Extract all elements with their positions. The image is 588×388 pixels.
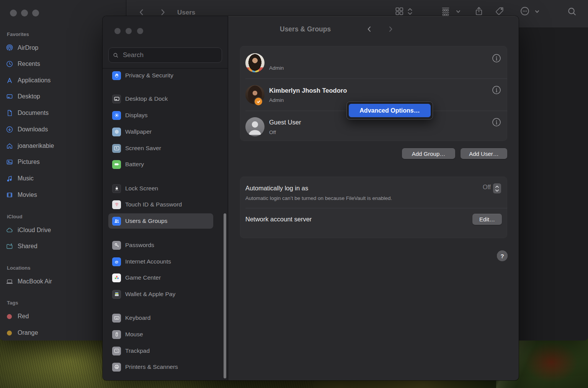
chevron-down-icon[interactable] xyxy=(534,9,540,14)
more-options-icon[interactable] xyxy=(520,6,530,16)
auto-login-label: Automatically log in as xyxy=(245,184,308,192)
sidebar-item-label: Orange xyxy=(18,329,38,336)
finder-section-locations: Locations xyxy=(7,264,30,272)
red-tag-icon xyxy=(7,314,12,319)
search-icon[interactable] xyxy=(567,6,577,17)
privacy-security-icon xyxy=(112,71,121,80)
user-avatar xyxy=(245,53,265,72)
sidebar-item-label: joanaerikabie xyxy=(18,142,54,149)
settings-item-keyboard[interactable]: Keyboard xyxy=(108,310,218,326)
view-stepper-icon[interactable] xyxy=(407,7,413,16)
orange-tag-icon xyxy=(7,331,12,336)
printers-icon xyxy=(112,363,121,372)
info-button[interactable] xyxy=(492,85,501,95)
current-user-check-badge xyxy=(254,97,263,106)
settings-item-label: Trackpad xyxy=(125,347,150,354)
zoom-window-button[interactable] xyxy=(32,10,39,16)
settings-item-desktop-dock[interactable]: Desktop & Dock xyxy=(108,91,218,106)
close-window-button[interactable] xyxy=(10,10,17,16)
add-user-button[interactable]: Add User… xyxy=(461,148,507,159)
settings-item-label: Game Center xyxy=(125,274,161,281)
trackpad-icon xyxy=(112,347,121,355)
settings-item-lock-screen[interactable]: Lock Screen xyxy=(108,181,218,196)
mouse-icon xyxy=(112,330,121,339)
back-button[interactable] xyxy=(364,24,375,34)
share-icon[interactable] xyxy=(474,6,484,16)
user-role: Off xyxy=(269,129,276,136)
settings-search-field[interactable] xyxy=(108,47,222,63)
sidebar-item-label: Recents xyxy=(18,61,40,67)
search-input[interactable] xyxy=(122,51,218,59)
settings-item-label: Keyboard xyxy=(125,314,150,321)
minimize-window-button[interactable] xyxy=(126,28,132,34)
search-icon xyxy=(113,52,119,59)
settings-item-mouse[interactable]: Mouse xyxy=(108,327,218,342)
network-server-label: Network account server xyxy=(245,215,312,223)
edit-button[interactable]: Edit… xyxy=(472,214,502,225)
settings-item-trackpad[interactable]: Trackpad xyxy=(108,343,218,359)
game-center-icon xyxy=(112,273,121,282)
settings-item-label: Mouse xyxy=(125,331,143,338)
group-by-icon[interactable] xyxy=(440,6,451,16)
user-list-card: Admin Kimberlyn Jhosh Teodoro Admin xyxy=(240,46,507,141)
home-icon xyxy=(5,142,14,150)
settings-item-label: Users & Groups xyxy=(125,218,167,224)
sidebar-item-label: Documents xyxy=(18,110,49,116)
close-window-button[interactable] xyxy=(114,28,121,34)
minimize-window-button[interactable] xyxy=(21,10,28,16)
settings-item-label: Touch ID & Password xyxy=(125,201,182,208)
icloud-drive-icon xyxy=(5,226,14,234)
desktop-dock-icon xyxy=(112,95,121,103)
user-name: Kimberlyn Jhosh Teodoro xyxy=(269,86,347,95)
settings-item-printers[interactable]: Printers & Scanners xyxy=(108,359,218,375)
battery-icon xyxy=(112,160,121,169)
music-icon xyxy=(5,174,14,183)
grid-view-icon[interactable] xyxy=(394,6,404,16)
sidebar-item-label: iCloud Drive xyxy=(18,227,51,234)
settings-item-label: Passwords xyxy=(125,242,154,249)
settings-item-internet-accounts[interactable]: @ Internet Accounts xyxy=(108,254,218,269)
settings-item-passwords[interactable]: Passwords xyxy=(108,237,218,253)
auto-login-note: Automatic login can’t be turned on becau… xyxy=(245,195,392,201)
sidebar-scrollbar[interactable] xyxy=(224,213,226,378)
sidebar-item-label: AirDrop xyxy=(18,44,38,51)
settings-item-label: Screen Saver xyxy=(125,145,161,152)
tags-icon[interactable] xyxy=(495,6,505,16)
settings-sidebar: Privacy & Security Desktop & Dock Displa… xyxy=(103,16,228,380)
settings-item-displays[interactable]: Displays xyxy=(108,108,218,123)
settings-item-label: Wallpaper xyxy=(125,128,152,135)
sidebar-item-label: Movies xyxy=(18,192,37,198)
finder-section-icloud: iCloud xyxy=(7,213,22,221)
advanced-options-menu-item[interactable]: Advanced Options… xyxy=(349,104,431,117)
settings-item-game-center[interactable]: Game Center xyxy=(108,270,218,285)
context-menu: Advanced Options… xyxy=(346,102,433,120)
settings-item-privacy-security[interactable]: Privacy & Security xyxy=(108,68,218,83)
chevron-down-icon[interactable] xyxy=(456,9,461,14)
add-group-button[interactable]: Add Group… xyxy=(402,148,455,159)
zoom-window-button[interactable] xyxy=(137,28,143,34)
sidebar-item-label: MacBook Air xyxy=(18,278,52,285)
help-button[interactable]: ? xyxy=(497,250,508,261)
settings-item-label: Battery xyxy=(125,161,144,168)
system-settings-window: Privacy & Security Desktop & Dock Displa… xyxy=(103,16,519,380)
wallet-icon xyxy=(112,290,121,299)
user-role: Admin xyxy=(269,65,284,71)
auto-login-stepper[interactable] xyxy=(493,183,501,193)
touch-id-icon xyxy=(112,200,121,209)
settings-item-touch-id[interactable]: Touch ID & Password xyxy=(108,197,218,212)
recents-icon xyxy=(5,60,14,68)
settings-item-wallpaper[interactable]: Wallpaper xyxy=(108,124,218,139)
movies-icon xyxy=(5,191,14,199)
settings-item-users-groups[interactable]: Users & Groups xyxy=(108,213,213,229)
keyboard-icon xyxy=(112,314,121,323)
shared-folder-icon xyxy=(5,242,14,250)
info-button[interactable] xyxy=(492,118,501,127)
forward-button[interactable] xyxy=(385,24,396,34)
auto-login-value: Off xyxy=(483,184,491,191)
info-button[interactable] xyxy=(492,54,501,63)
settings-item-battery[interactable]: Battery xyxy=(108,157,218,172)
screen-saver-icon xyxy=(112,144,121,153)
sidebar-item-label: Downloads xyxy=(18,126,48,133)
settings-item-screen-saver[interactable]: Screen Saver xyxy=(108,141,218,156)
settings-item-wallet[interactable]: Wallet & Apple Pay xyxy=(108,286,218,302)
